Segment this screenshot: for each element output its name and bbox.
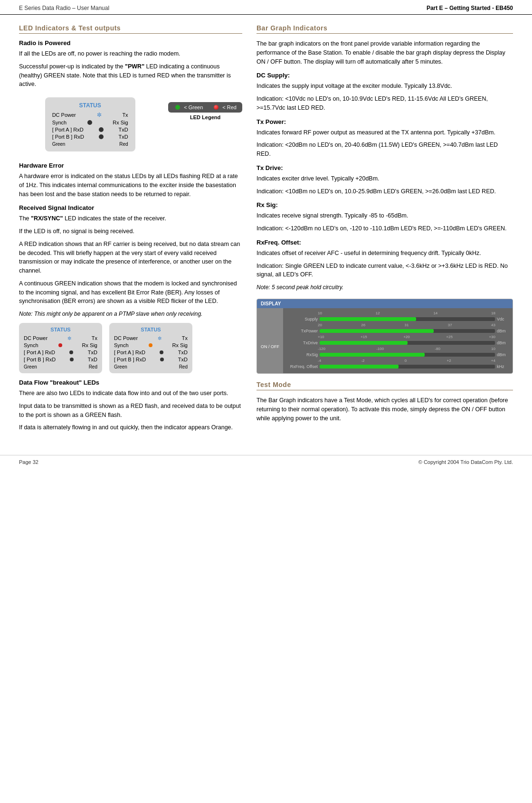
tx-drive-title: Tx Drive: [256,164,513,171]
test-mode-section-title: Test Mode [256,381,513,390]
display-label: DISPLAY [261,301,281,306]
sl-row-2: Synch Rx Sig [24,342,97,348]
status-diagram-left: STATUS DC Power ✼ Tx Synch Rx Sig [ Port… [19,323,102,373]
on-off-area: ON / OFF [257,308,283,373]
supply-fill [320,317,416,321]
led-dot-porta [99,127,104,132]
rxsig-track [320,353,495,357]
bar-graph-display: DISPLAY ON / OFF 10121418 [256,299,513,374]
rxfreq-track [320,365,495,368]
rxfreq-bar-label: RxFreq. Offset [287,364,318,369]
rx-signal-para3: A RED indication shows that an RF carrie… [19,240,242,275]
txpower-scale: 2026313743 [287,323,509,327]
txdrive-unit: dBm [497,340,509,345]
sr-row-4: [ Port B ] RxD TxD [114,357,188,362]
header-left: E Series Data Radio – User Manual [19,5,109,11]
data-flow-para2: Input data to be transmitted is shown as… [19,402,242,420]
status-diagram-main: STATUS DC Power ✼ Tx Synch Rx Sig [ Port… [45,97,135,151]
sr-row-3: [ Port A ] RxD TxD [114,350,188,355]
bar-row-txdrive: TxDrive dBm [287,340,509,345]
rx-sig-para2: Indication: <-120dBm no LED's on, -120 t… [256,224,513,233]
legend-red: < Red [212,104,237,110]
bar-graph-top: DISPLAY [257,299,513,308]
supply-unit: Vdc [497,317,509,321]
rxsig-label: RxSig [287,352,318,357]
hardware-error-title: Hardware Error [19,162,242,169]
rxfreq-para1: Indicates offset of receiver AFC - usefu… [256,249,513,258]
txdrive-track [320,341,495,345]
rx-signal-note: Note: This might only be apparent on a P… [19,310,242,318]
footer-right: © Copyright 2004 Trio DataCom Pty. Ltd. [418,459,513,465]
tx-drive-para2: Indication: <10dBm no LED's on, 10.0-25.… [256,187,513,196]
left-column: LED Indicators & Test outputs Radio is P… [19,24,242,436]
page-header: E Series Data Radio – User Manual Part E… [0,0,532,15]
status-row-1: DC Power ✼ Tx [52,112,128,118]
right-column: Bar Graph Indicators The bar graph indic… [256,24,513,436]
txpower-fill [320,329,434,333]
supply-track [320,317,495,321]
tx-power-title: Tx Power: [256,118,513,125]
rxsig-scale: -120-100-8010 [287,347,509,351]
rx-sig-para1: Indicates receive signal strength. Typic… [256,211,513,220]
status-diagram-right: STATUS DC Power ✼ Tx Synch Rx Sig [ Port… [109,323,192,373]
supply-scale: 10121418 [287,311,509,315]
sr-footer: Green Red [114,364,188,369]
status-row-4: [ Port B ] RxD TxD [52,134,128,140]
rx-signal-para2: If the LED is off, no signal is being re… [19,227,242,236]
radio-powered-para1: If all the LEDs are off, no power is rea… [19,49,242,58]
status-pair: STATUS DC Power ✼ Tx Synch Rx Sig [ Port… [19,323,242,373]
led-dot-portb [99,134,104,139]
page-body: LED Indicators & Test outputs Radio is P… [0,15,532,445]
bar-graph-section-title: Bar Graph Indicators [256,24,513,34]
sl-row-4: [ Port B ] RxD TxD [24,357,97,362]
supply-label: Supply [287,317,318,321]
led-green-dot [175,105,180,110]
bar-row-rxsig: RxSig dBm [287,352,509,357]
on-off-button[interactable] [264,332,275,343]
rxfreq-note: Note: 5 second peak hold circuitry. [256,283,513,292]
sr-row-2: Synch Rx Sig [114,342,188,348]
txpower-track [320,329,495,333]
rx-signal-para4: A continuous GREEN indication shows that… [19,279,242,306]
txpower-unit: dBm [497,329,509,333]
header-right: Part E – Getting Started - EB450 [427,5,513,11]
txdrive-scale: +10+15+20+25+30 [287,335,509,339]
tx-power-para2: Indication: <20dBm no LED's on, 20-40.6d… [256,141,513,159]
dc-supply-title: DC Supply: [256,72,513,79]
hardware-error-para: A hardware error is indicated on the sta… [19,172,242,198]
rxsig-unit: dBm [497,352,509,357]
page-footer: Page 32 © Copyright 2004 Trio DataCom Pt… [0,455,532,469]
on-off-label: ON / OFF [261,344,279,349]
sr-row-1: DC Power ✼ Tx [114,335,188,341]
status-right-title: STATUS [114,327,188,332]
rxfreq-fill [320,365,399,368]
rxfreq-title: RxFreq. Offset: [256,239,513,246]
bar-graph-body: ON / OFF 10121418 Supply [257,308,513,373]
rx-sig-title: Rx Sig: [256,201,513,208]
led-section-title: LED Indicators & Test outputs [19,24,242,34]
txpower-label: TxPower [287,329,318,333]
radio-powered-para2: Successful power-up is indicated by the … [19,62,242,89]
bar-row-supply: Supply Vdc [287,317,509,321]
txdrive-fill [320,341,408,345]
dc-supply-para2: Indication: <10Vdc no LED's on, 10-10.9V… [256,94,513,113]
rx-signal-para1: The "RX/SYNC" LED indicates the state of… [19,214,242,223]
bar-row-txpower: TxPower dBm [287,329,509,333]
status-row-3: [ Port A ] RxD TxD [52,127,128,132]
status-left-title: STATUS [24,327,97,332]
txdrive-label: TxDrive [287,340,318,345]
led-red-dot [214,105,218,110]
led-dot-synch [87,120,92,125]
led-legend-box: < Green < Red [168,102,242,113]
rxfreq-unit: kHz [497,364,509,369]
data-flow-para3: If data is alternately flowing in and ou… [19,423,242,432]
radio-powered-title: Radio is Powered [19,39,242,47]
led-legend-caption: LED Legend [190,114,220,120]
sl-row-3: [ Port A ] RxD TxD [24,350,97,355]
data-flow-title: Data Flow "breakout" LEDs [19,379,242,386]
test-mode-para: The Bar Graph indicators have a Test Mod… [256,396,513,423]
rxfreq-scale: -4-20+2+4 [287,359,509,363]
legend-green: < Green [174,104,203,110]
status-row-2: Synch Rx Sig [52,120,128,125]
rx-signal-title: Received Signal Indicator [19,204,242,211]
